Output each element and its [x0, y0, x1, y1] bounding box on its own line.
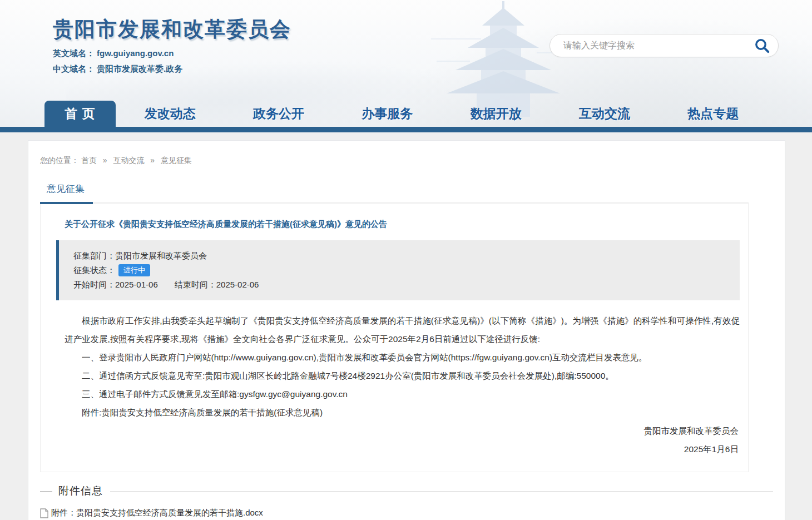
domain-en-line: 英文域名：fgw.guiyang.gov.cn — [53, 48, 291, 59]
signature-date: 2025年1月6日 — [56, 440, 739, 458]
breadcrumb-home[interactable]: 首页 — [81, 156, 97, 165]
meta-end-date: 2025-02-06 — [216, 278, 259, 292]
attachment-section-title: 附件信息 — [58, 484, 103, 498]
search-button[interactable] — [754, 37, 770, 54]
meta-department-row: 征集部门： 贵阳市发展和改革委员会 — [73, 249, 740, 263]
pagoda-watermark-icon — [431, 0, 576, 117]
attachment-label: 附件： — [51, 508, 76, 518]
nav-item-home[interactable]: 首 页 — [44, 101, 116, 127]
attachment-header-dash — [40, 491, 52, 492]
meta-status-row: 征集状态： 进行中 — [73, 263, 740, 278]
domain-en-label: 英文域名： — [53, 48, 95, 58]
search-input[interactable] — [550, 41, 754, 51]
site-header: 贵阳市发展和改革委员会 英文域名：fgw.guiyang.gov.cn 中文域名… — [0, 0, 812, 132]
article-meta-box: 征集部门： 贵阳市发展和改革委员会 征集状态： 进行中 开始时间： 2025-0… — [56, 240, 740, 300]
article-body: 根据市政府工作安排,由我委牵头起草编制了《贵阳贵安支持低空经济高质量发展的若干措… — [56, 311, 740, 422]
breadcrumb-yijian-zhengji[interactable]: 意见征集 — [161, 156, 192, 165]
nav-item-zhengwu-gongkai[interactable]: 政务公开 — [224, 101, 333, 127]
article-paragraph: 根据市政府工作安排,由我委牵头起草编制了《贵阳贵安支持低空经济高质量发展的若干措… — [65, 311, 740, 348]
nav-item-hudong-jiaoliu[interactable]: 互动交流 — [550, 101, 658, 127]
domain-cn-label: 中文域名： — [53, 64, 95, 73]
meta-dates-row: 开始时间： 2025-01-06 结束时间： 2025-02-06 — [73, 278, 740, 292]
main-nav: 首 页 发改动态 政务公开 办事服务 数据开放 互动交流 热点专题 — [44, 101, 768, 127]
breadcrumb-separator: » — [103, 156, 107, 165]
meta-start-date: 2025-01-06 — [115, 278, 158, 292]
breadcrumb-hudong-jiaoliu[interactable]: 互动交流 — [113, 156, 144, 165]
breadcrumb-prefix: 您的位置： — [40, 156, 79, 165]
nav-bottom-strip — [0, 127, 812, 132]
nav-item-fagai-dongtai[interactable]: 发改动态 — [116, 101, 224, 127]
breadcrumb-separator: » — [150, 156, 155, 165]
meta-status-label: 征集状态： — [73, 263, 115, 278]
tab-active-indicator — [40, 202, 93, 204]
meta-department-value: 贵阳市发展和改革委员会 — [115, 249, 207, 263]
site-title: 贵阳市发展和改革委员会 — [53, 16, 291, 43]
status-badge: 进行中 — [118, 264, 150, 276]
attachment-section-header: 附件信息 — [40, 484, 773, 498]
attachment-row: 附件： 贵阳贵安支持低空经济高质量发展的若干措施.docx — [40, 508, 773, 518]
meta-start-label: 开始时间： — [73, 278, 115, 292]
article-paragraph-attachment-note: 附件:贵阳贵安支持低空经济高质量发展的若干措施(征求意见稿) — [65, 403, 740, 422]
search-icon — [754, 37, 770, 54]
content-card: 您的位置： 首页 » 互动交流 » 意见征集 意见征集 关于公开征求《贵阳贵安支… — [28, 140, 785, 520]
attachment-header-line — [110, 491, 773, 492]
nav-item-shuju-kaifang[interactable]: 数据开放 — [442, 101, 550, 127]
domain-cn-value: 贵阳市发展改革委.政务 — [97, 64, 182, 73]
tab-yijian-zhengji[interactable]: 意见征集 — [47, 184, 85, 194]
site-logo-block: 贵阳市发展和改革委员会 英文域名：fgw.guiyang.gov.cn 中文域名… — [53, 16, 291, 75]
breadcrumb: 您的位置： 首页 » 互动交流 » 意见征集 — [40, 156, 773, 166]
attachment-file-link[interactable]: 贵阳贵安支持低空经济高质量发展的若干措施.docx — [76, 508, 263, 518]
article-box: 关于公开征求《贵阳贵安支持低空经济高质量发展的若干措施(征求意见稿)》意见的公告… — [40, 204, 749, 472]
meta-end-label: 结束时间： — [175, 278, 216, 292]
article-title: 关于公开征求《贵阳贵安支持低空经济高质量发展的若干措施(征求意见稿)》意见的公告 — [56, 218, 740, 230]
domain-en-value: fgw.guiyang.gov.cn — [97, 48, 174, 58]
article-signature: 贵阳市发展和改革委员会 2025年1月6日 — [56, 422, 740, 458]
domain-cn-line: 中文域名：贵阳市发展改革委.政务 — [53, 64, 291, 75]
site-search — [549, 34, 779, 57]
meta-department-label: 征集部门： — [73, 249, 115, 263]
article-paragraph-feedback-web: 一、登录贵阳市人民政府门户网站(http://www.guiyang.gov.c… — [65, 348, 740, 367]
signature-org: 贵阳市发展和改革委员会 — [56, 422, 739, 440]
section-tabs: 意见征集 — [40, 182, 749, 204]
article-paragraph-feedback-mail: 二、通过信函方式反馈意见寄至:贵阳市观山湖区长岭北路金融城7号楼24楼2921办… — [65, 367, 740, 385]
nav-item-banshi-fuwu[interactable]: 办事服务 — [333, 101, 442, 127]
document-icon — [40, 508, 48, 518]
article-paragraph-feedback-email: 三、通过电子邮件方式反馈意见发至邮箱:gysfgw.gyc@guiyang.go… — [65, 385, 740, 403]
nav-item-redian-zhuanti[interactable]: 热点专题 — [659, 101, 768, 127]
